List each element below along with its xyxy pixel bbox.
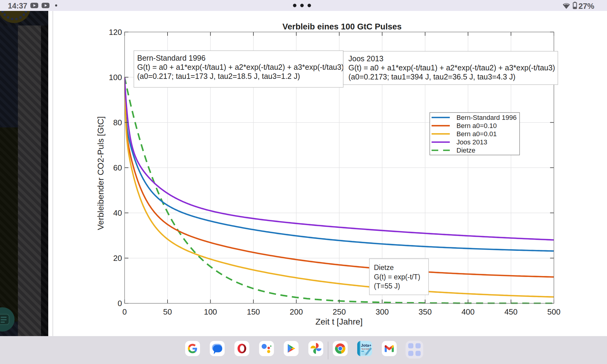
svg-text:Bern-Standard 1996: Bern-Standard 1996	[137, 54, 205, 62]
svg-text:500: 500	[547, 307, 560, 316]
svg-text:50: 50	[163, 307, 172, 316]
svg-text:Verbleib eines 100 GtC Pulses: Verbleib eines 100 GtC Pulses	[283, 22, 402, 31]
svg-text:Dietze: Dietze	[374, 264, 394, 271]
svg-text:350: 350	[419, 307, 432, 316]
svg-text:150: 150	[247, 307, 260, 316]
svg-text:60: 60	[113, 163, 122, 172]
svg-text:Joos 2013: Joos 2013	[348, 54, 383, 63]
svg-text:450: 450	[504, 307, 517, 316]
svg-text:(a0=0.2173; tau1=394 J, tau2=3: (a0=0.2173; tau1=394 J, tau2=36.5 J, tau…	[348, 72, 515, 81]
svg-text:Bern a0=0.01: Bern a0=0.01	[456, 130, 497, 138]
svg-text:Dietze: Dietze	[456, 147, 475, 154]
svg-text:G(t) = a0 + a1*exp(-t/tau1) +: G(t) = a0 + a1*exp(-t/tau1) + a2*exp(-t/…	[137, 63, 344, 71]
svg-text:20: 20	[113, 254, 122, 263]
svg-text:0: 0	[118, 299, 122, 308]
svg-text:0: 0	[122, 307, 127, 316]
svg-text:(T=55 J): (T=55 J)	[374, 282, 400, 290]
svg-text:Verbleibender CO2-Puls [GtC]: Verbleibender CO2-Puls [GtC]	[96, 116, 105, 230]
svg-text:Zeit t [Jahre]: Zeit t [Jahre]	[315, 317, 363, 326]
svg-text:Bern-Standard 1996: Bern-Standard 1996	[456, 114, 517, 121]
svg-text:Joos 2013: Joos 2013	[456, 138, 487, 146]
svg-text:(a0=0.217; tau1=173 J, tau2=18: (a0=0.217; tau1=173 J, tau2=18.5 J, tau3…	[137, 72, 300, 80]
svg-text:300: 300	[376, 307, 389, 316]
svg-text:250: 250	[333, 307, 346, 316]
svg-text:120: 120	[109, 28, 122, 37]
svg-text:Bern a0=0.10: Bern a0=0.10	[456, 122, 497, 130]
svg-text:80: 80	[113, 118, 122, 127]
svg-text:G(t) = exp(-t/T): G(t) = exp(-t/T)	[374, 273, 420, 281]
svg-text:100: 100	[204, 307, 217, 316]
svg-text:400: 400	[461, 307, 474, 316]
svg-text:G(t) = a0 + a1*exp(-t/tau1) +: G(t) = a0 + a1*exp(-t/tau1) + a2*exp(-t/…	[348, 63, 555, 72]
svg-text:Jota+: Jota+	[361, 343, 371, 348]
svg-text:200: 200	[290, 307, 303, 316]
svg-text:40: 40	[113, 208, 122, 217]
svg-text:100: 100	[109, 73, 122, 82]
